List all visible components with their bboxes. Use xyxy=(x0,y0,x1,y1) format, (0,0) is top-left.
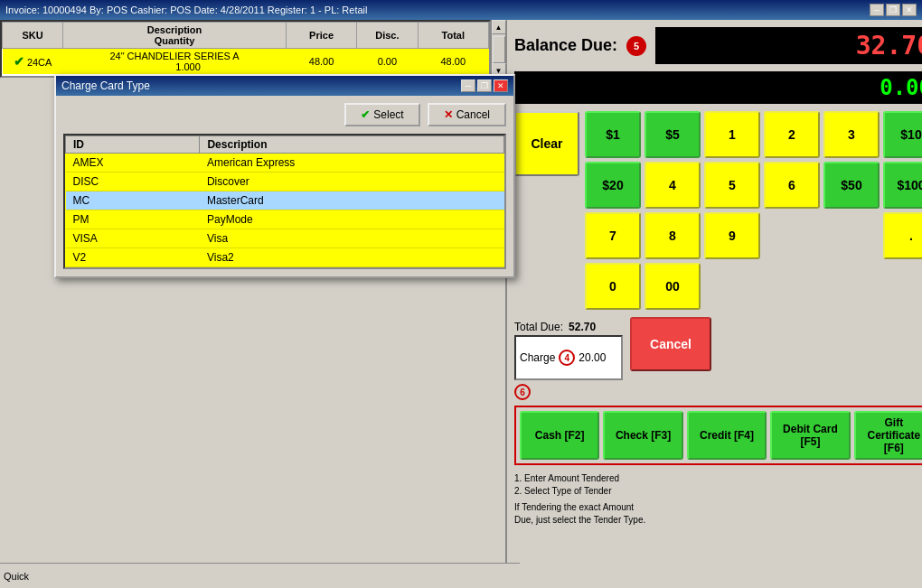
card-id: MC xyxy=(66,191,200,210)
charge-label: Charge xyxy=(520,351,555,364)
invoice-grid-wrapper: SKU DescriptionQuantity Price Disc. Tota… xyxy=(0,20,505,78)
list-item[interactable]: PM PayMode xyxy=(66,210,504,229)
numpad-grid: $1 $5 1 2 3 $10 $20 4 5 6 $50 $100 7 8 9 xyxy=(585,111,922,310)
dialog-title-text: Charge Card Type xyxy=(61,79,150,92)
invoice-grid-scroll: SKU DescriptionQuantity Price Disc. Tota… xyxy=(0,20,491,78)
num2-button[interactable]: 2 xyxy=(764,111,820,158)
card-id: PM xyxy=(66,210,200,229)
totals-section: Total Due: 52.70 Charge 4 20.00 6 xyxy=(514,321,623,400)
empty-cell-2 xyxy=(823,212,880,259)
dialog-title-bar: Charge Card Type ─ ❐ ✕ xyxy=(56,76,513,96)
card-desc: Discover xyxy=(200,173,504,191)
num00-button[interactable]: 00 xyxy=(644,263,701,310)
row-check: ✔ 24CA xyxy=(3,49,63,75)
balance-badge: 5 xyxy=(626,36,646,56)
list-item[interactable]: MC MasterCard xyxy=(66,191,504,210)
num4-button[interactable]: 4 xyxy=(644,162,701,209)
list-item[interactable]: V2 Visa2 xyxy=(66,248,504,267)
invoice-table: SKU DescriptionQuantity Price Disc. Tota… xyxy=(2,22,489,74)
select-button[interactable]: ✔ Select xyxy=(344,103,419,126)
cancel-button[interactable]: Cancel xyxy=(630,317,711,371)
dialog-close-button[interactable]: ✕ xyxy=(494,79,508,92)
dialog-minimize-button[interactable]: ─ xyxy=(461,79,475,92)
credit-button[interactable]: Credit [F4] xyxy=(687,411,767,460)
dollar5-button[interactable]: $5 xyxy=(644,111,701,158)
row-price: 48.00 xyxy=(286,49,356,75)
total-due-amount: 52.70 xyxy=(569,321,596,333)
restore-button[interactable]: ❐ xyxy=(886,4,900,16)
balance-amount: 32.70 xyxy=(655,27,922,64)
charge-badge: 4 xyxy=(559,350,575,366)
dollar10-button[interactable]: $10 xyxy=(883,111,922,158)
dollar50-button[interactable]: $50 xyxy=(823,162,880,209)
dollar1-button[interactable]: $1 xyxy=(585,111,641,158)
vertical-scrollbar[interactable]: ▲ ▼ xyxy=(491,20,505,78)
cancel-label: Cancel xyxy=(456,108,490,121)
col-desc: Description xyxy=(200,136,504,154)
card-desc: American Express xyxy=(200,154,504,173)
row-description: 24" CHANDELIER SERIES A 1.000 xyxy=(63,49,287,75)
scroll-up-button[interactable]: ▲ xyxy=(492,20,506,34)
x-icon: ✕ xyxy=(444,108,453,121)
num1-button[interactable]: 1 xyxy=(704,111,760,158)
row-total: 48.00 xyxy=(418,49,488,75)
left-panel: SKU DescriptionQuantity Price Disc. Tota… xyxy=(0,20,507,588)
close-button[interactable]: ✕ xyxy=(902,4,917,16)
cash-button[interactable]: Cash [F2] xyxy=(520,411,599,460)
dialog-title-buttons: ─ ❐ ✕ xyxy=(461,79,508,92)
card-id: VISA xyxy=(66,229,200,248)
dialog-restore-button[interactable]: ❐ xyxy=(477,79,492,92)
list-item[interactable]: DISC Discover xyxy=(66,173,504,191)
card-desc: PayMode xyxy=(200,210,504,229)
dialog-cancel-button[interactable]: ✕ Cancel xyxy=(428,103,506,126)
table-row[interactable]: ✔ 24CA 24" CHANDELIER SERIES A 1.000 48.… xyxy=(3,49,489,75)
dialog-overlay: Charge Card Type ─ ❐ ✕ ✔ Select xyxy=(54,74,515,381)
scroll-thumb[interactable] xyxy=(493,36,505,63)
num0-button[interactable]: 0 xyxy=(585,263,641,310)
check-button[interactable]: Check [F3] xyxy=(603,411,682,460)
card-table-container: ID Description AMEX American Express xyxy=(63,134,506,269)
card-desc: Visa2 xyxy=(200,248,504,267)
debit-card-button[interactable]: Debit Card[F5] xyxy=(770,411,850,460)
dollar20-button[interactable]: $20 xyxy=(585,162,641,209)
row-quantity: 1.000 xyxy=(148,61,201,72)
charge-row: Charge 4 20.00 xyxy=(514,335,623,380)
col-id: ID xyxy=(66,136,200,154)
empty-cell-1 xyxy=(764,212,820,259)
list-item[interactable]: AMEX American Express xyxy=(66,154,504,173)
col-description: DescriptionQuantity xyxy=(63,23,287,49)
clear-button[interactable]: Clear xyxy=(514,111,579,176)
num6-button[interactable]: 6 xyxy=(764,162,820,209)
dot-button[interactable]: . xyxy=(883,212,922,259)
num8-button[interactable]: 8 xyxy=(644,212,701,259)
title-bar-buttons: ─ ❐ ✕ xyxy=(870,4,917,16)
instructions: 1. Enter Amount Tendered 2. Select Type … xyxy=(514,472,922,527)
num5-button[interactable]: 5 xyxy=(704,162,760,209)
quick-bar-text: Quick xyxy=(4,571,29,582)
card-desc: Visa xyxy=(200,229,504,248)
charge-card-dialog: Charge Card Type ─ ❐ ✕ ✔ Select xyxy=(54,74,515,278)
clear-button-area: Clear xyxy=(514,111,579,310)
card-desc: MasterCard xyxy=(200,191,504,210)
title-text: Invoice: 10000494 By: POS Cashier: POS D… xyxy=(5,5,368,15)
instruction-line3: If Tendering the exact Amount xyxy=(514,501,922,514)
card-id: AMEX xyxy=(66,154,200,173)
balance-label: Balance Due: xyxy=(514,36,617,55)
num7-button[interactable]: 7 xyxy=(585,212,641,259)
minimize-button[interactable]: ─ xyxy=(870,4,884,16)
instruction-line1: 1. Enter Amount Tendered xyxy=(514,472,922,485)
num9-button[interactable]: 9 xyxy=(704,212,760,259)
num3-button[interactable]: 3 xyxy=(823,111,880,158)
gift-certificate-button[interactable]: GiftCertificate[F6] xyxy=(854,411,922,460)
select-label: Select xyxy=(373,108,403,121)
list-item[interactable]: VISA Visa xyxy=(66,229,504,248)
right-panel: Balance Due: 5 32.70 0.00 Clear $1 $5 1 … xyxy=(507,20,922,588)
quick-bar: Quick xyxy=(0,563,520,588)
check-icon: ✔ xyxy=(361,108,370,121)
dialog-action-buttons: ✔ Select ✕ Cancel xyxy=(63,103,506,126)
keypad-area: Clear $1 $5 1 2 3 $10 $20 4 5 6 $50 $100… xyxy=(514,111,922,310)
dollar100-button[interactable]: $100 xyxy=(883,162,922,209)
row-disc: 0.00 xyxy=(357,49,418,75)
col-disc: Disc. xyxy=(357,23,418,49)
charge-box: Charge 4 20.00 xyxy=(514,335,623,380)
